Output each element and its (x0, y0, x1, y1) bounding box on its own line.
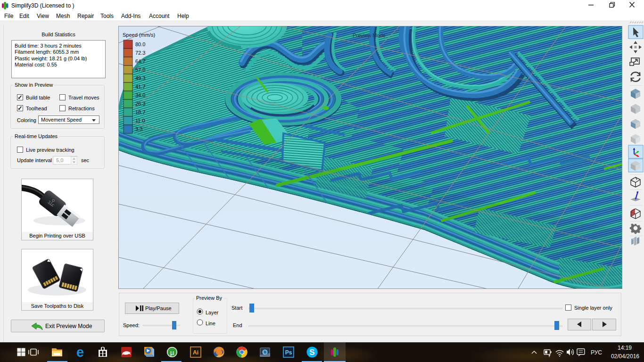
svg-text:41.7: 41.7 (135, 84, 145, 90)
svg-text:S: S (309, 348, 314, 357)
svg-text:02/04/2016: 02/04/2016 (611, 353, 639, 360)
svg-text:72.3: 72.3 (135, 50, 145, 56)
svg-text:3.3: 3.3 (135, 126, 142, 132)
svg-text:64.7: 64.7 (135, 58, 145, 64)
svg-text:26.3: 26.3 (135, 101, 145, 107)
svg-text:57.0: 57.0 (135, 67, 145, 73)
svg-text:РУС: РУС (591, 349, 602, 356)
svg-text:14:19: 14:19 (618, 345, 632, 351)
svg-text:Speed (mm/s): Speed (mm/s) (123, 32, 155, 38)
svg-text:11.0: 11.0 (135, 118, 145, 123)
svg-text:µ: µ (170, 348, 174, 356)
svg-text:49.3: 49.3 (135, 75, 145, 81)
svg-text:Ps: Ps (285, 349, 292, 356)
svg-text:Play/Pause: Play/Pause (145, 305, 172, 311)
svg-text:Preview Mode: Preview Mode (353, 33, 386, 38)
svg-text:18.7: 18.7 (135, 109, 145, 115)
svg-text:Ai: Ai (193, 349, 198, 356)
svg-text:e: e (76, 345, 84, 360)
svg-text:80.0: 80.0 (135, 41, 145, 47)
svg-text:34.0: 34.0 (135, 92, 145, 98)
